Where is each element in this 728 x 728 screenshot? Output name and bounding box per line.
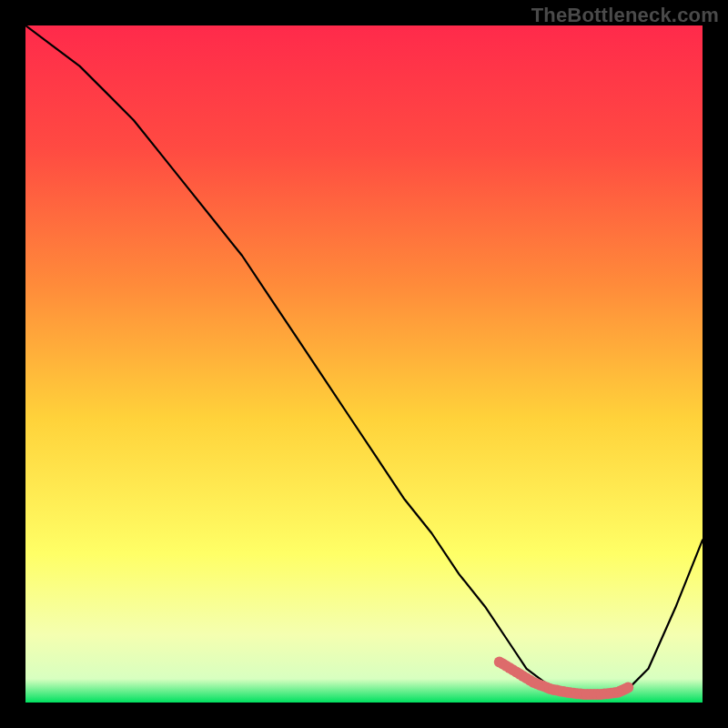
chart-frame: TheBottleneck.com <box>0 0 728 728</box>
chart-svg <box>25 25 703 703</box>
plot-area <box>25 25 703 703</box>
watermark-text: TheBottleneck.com <box>531 4 719 27</box>
gradient-rect <box>25 25 703 703</box>
highlight-dot <box>622 682 633 693</box>
